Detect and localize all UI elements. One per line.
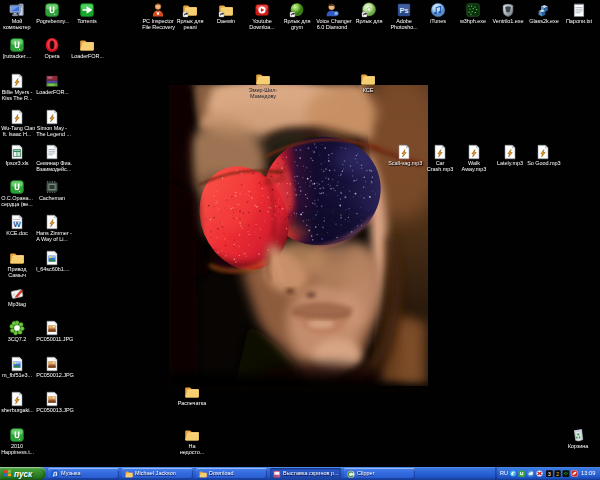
svg-text:Ps: Ps	[399, 6, 408, 15]
svg-text:W: W	[13, 220, 21, 229]
svg-text:пуск: пуск	[14, 470, 33, 479]
svg-text:3: 3	[548, 471, 551, 477]
svg-text:2: 2	[556, 471, 559, 477]
